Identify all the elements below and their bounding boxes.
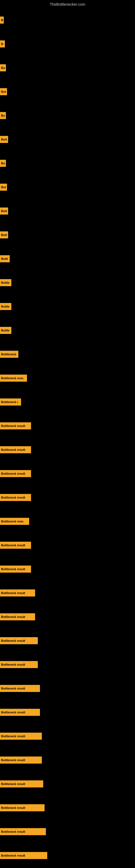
bar-row: Bottleneck result [0,724,135,748]
bottleneck-bar-label: Bottleneck result [0,756,42,764]
bottleneck-bar-label: Bott [0,231,8,239]
bottleneck-bar-label: Bo [0,160,6,167]
bar-row: Bottleneck resu [0,366,135,390]
bottleneck-bar-label: Bottleneck result [0,494,31,501]
bar-row: Bottleneck result [0,844,135,867]
bar-row: B [0,8,135,32]
bottleneck-bar-label: Bottleneck result [0,661,38,668]
bottleneck-bar-label: Bottleneck result [0,589,35,596]
bottleneck-bar-label: Bottleneck result [0,542,31,549]
bottleneck-bar-label: B [0,17,4,24]
bottleneck-bar-label: Bottleneck result [0,709,40,716]
bottleneck-bar-label: Bo [0,112,6,119]
bottleneck-bar-label: Bottleneck result [0,422,31,429]
bottleneck-bar-label: Bottle [0,327,11,334]
bottleneck-bar-label: Bottleneck result [0,804,45,811]
bottleneck-bar-label: Bottleneck [0,351,18,358]
bottleneck-bar-label: Bottl [0,255,10,262]
bottleneck-bar-label: Bottleneck result [0,637,38,644]
bar-row: Bot [0,175,135,199]
bottleneck-bar-label: Bottleneck result [0,828,46,835]
bar-row: Bottleneck [0,342,135,366]
bottleneck-bar-label: Bottleneck result [0,780,43,787]
bottleneck-bar-label: Bottleneck result [0,613,35,620]
bar-row: Bottleneck result [0,653,135,677]
bottleneck-bar-label: B [0,40,5,48]
bar-row: Bottle [0,271,135,294]
bar-row: Bottleneck resu [0,509,135,533]
bar-row: Bottleneck result [0,701,135,724]
bar-row: Bottle [0,318,135,342]
bar-row: Bottleneck result [0,462,135,486]
bar-row: Bottleneck r [0,390,135,414]
bottleneck-bar-label: Bott [0,208,8,215]
bar-row: Bottl [0,247,135,271]
bottleneck-bar-label: Bottleneck resu [0,375,27,382]
bottleneck-bar-label: Bottleneck result [0,565,31,572]
bottleneck-bar-label: Bottleneck result [0,685,40,692]
bar-row: Bottleneck result [0,486,135,509]
bar-row: Bo [0,56,135,80]
bar-row: Bottleneck result [0,414,135,438]
bar-row: Bottle [0,294,135,318]
bottleneck-bar-label: Bottleneck r [0,399,21,405]
bar-row: Bott [0,223,135,247]
bar-row: Bott [0,127,135,151]
bottleneck-bar-label: Bottleneck result [0,446,31,453]
bar-row: Bo [0,151,135,175]
bars-container: BBBoBotBoBottBoBotBottBottBottlBottleBot… [0,8,135,867]
bottleneck-bar-label: Bottleneck resu [0,518,29,525]
bottleneck-bar-label: Bottle [0,279,11,286]
bottleneck-bar-label: Bottle [0,303,11,310]
bar-row: Bottleneck result [0,438,135,462]
bottleneck-bar-label: Bottleneck result [0,852,47,859]
bar-row: Bottleneck result [0,748,135,772]
bar-row: Bottleneck result [0,605,135,629]
bar-row: Bottleneck result [0,629,135,653]
bar-row: Bottleneck result [0,677,135,701]
bar-row: Bo [0,104,135,127]
bar-row: Bottleneck result [0,581,135,605]
bar-row: Bottleneck result [0,557,135,581]
bottleneck-bar-label: Bottleneck result [0,470,31,477]
bar-row: B [0,32,135,56]
bottleneck-bar-label: Bottleneck result [0,733,42,740]
bar-row: Bottleneck result [0,820,135,844]
site-title: TheBottlenecker.com [0,0,135,8]
bar-row: Bott [0,199,135,223]
bar-row: Bottleneck result [0,533,135,557]
bottleneck-bar-label: Bott [0,136,8,143]
bottleneck-bar-label: Bot [0,184,7,191]
bar-row: Bottleneck result [0,772,135,796]
bar-row: Bottleneck result [0,796,135,820]
bottleneck-bar-label: Bo [0,64,6,71]
bottleneck-bar-label: Bot [0,88,7,95]
bar-row: Bot [0,80,135,104]
